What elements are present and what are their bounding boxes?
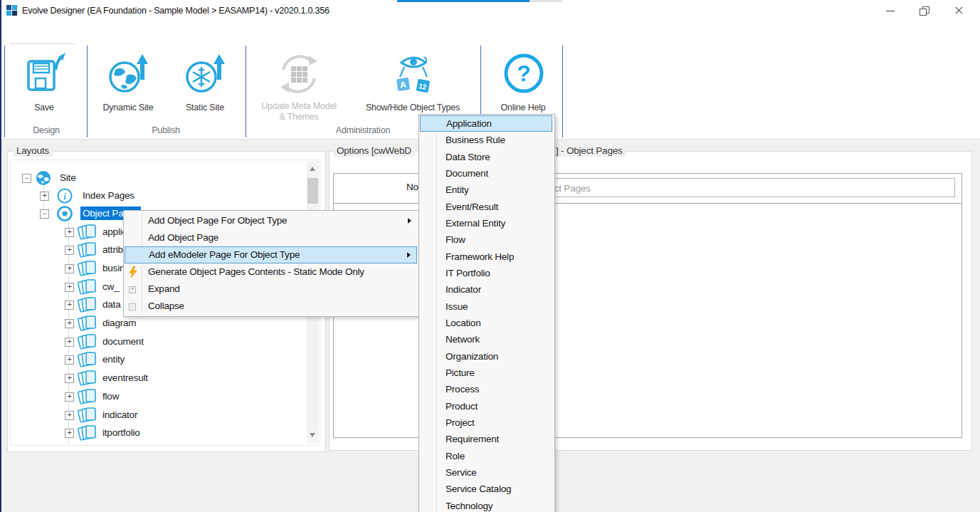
collapse-box-icon [129, 303, 136, 310]
dynamic-site-icon[interactable] [105, 51, 152, 100]
show-hide-object-types-button[interactable]: Show/Hide Object Types [356, 103, 470, 113]
expand-expander-icon[interactable] [65, 392, 74, 402]
submenu-item-document[interactable]: Document [420, 165, 552, 182]
close-button[interactable] [942, 0, 975, 21]
window-title: Evolve Designer (EA Foundation - Sample … [22, 0, 330, 21]
submenu-item-framework-help[interactable]: Framework Help [420, 249, 552, 265]
pages-icon [78, 260, 98, 279]
submenu-arrow-icon [408, 218, 411, 224]
expand-expander-icon[interactable] [65, 319, 74, 328]
scroll-down-icon[interactable] [310, 433, 315, 437]
tree-item-entity[interactable]: entity [11, 351, 320, 368]
submenu-item-service[interactable]: Service [420, 464, 552, 481]
ribbon-separator [246, 46, 246, 137]
save-icon[interactable] [23, 51, 68, 100]
title-bar: Evolve Designer (EA Foundation - Sample … [0, 0, 980, 21]
options-legend-right: ] - Object Pages [552, 145, 626, 157]
node-name-input[interactable]: Object Pages [527, 178, 955, 197]
object-pages-icon [56, 205, 73, 224]
menu-item-add-object-page[interactable]: Add Object Page [125, 229, 417, 246]
collapse-expander-icon[interactable] [40, 209, 49, 219]
layouts-legend: Layouts [13, 145, 53, 157]
expand-expander-icon[interactable] [65, 246, 74, 255]
expand-expander-icon[interactable] [65, 264, 74, 273]
tree-item-eventresult[interactable]: eventresult [11, 370, 320, 387]
submenu-item-business-rule[interactable]: Business Rule [420, 132, 552, 148]
collapse-expander-icon[interactable] [22, 174, 31, 183]
pages-icon [78, 241, 98, 261]
expand-expander-icon[interactable] [65, 374, 74, 383]
tree-item-flow[interactable]: flow [11, 388, 320, 405]
submenu-item-service-catalog[interactable]: Service Catalog [420, 481, 552, 497]
tree-item-itportfolio[interactable]: itportfolio [11, 424, 320, 442]
pages-icon [78, 315, 98, 334]
pages-icon [78, 224, 98, 243]
pages-icon [78, 407, 98, 426]
expand-expander-icon[interactable] [65, 355, 74, 365]
scrollbar-thumb[interactable] [307, 178, 318, 204]
menu-item-generate-object-pages-contents[interactable]: Generate Object Pages Contents - Static … [125, 263, 417, 281]
menu-item-expand[interactable]: Expand [125, 281, 417, 298]
pages-icon [78, 351, 98, 370]
ribbon-tab-row: Home Dynamic Deployment Static Deploymen… [0, 21, 980, 44]
tree-item-document[interactable]: document [11, 333, 320, 350]
expand-expander-icon[interactable] [65, 411, 74, 420]
submenu-item-data-store[interactable]: Data Store [420, 149, 552, 165]
submenu-item-picture[interactable]: Picture [420, 365, 552, 381]
submenu-item-application[interactable]: Application [420, 115, 552, 132]
minimize-button[interactable] [874, 0, 907, 21]
pages-icon [78, 370, 98, 389]
ribbon-separator [87, 46, 88, 137]
submenu-item-project[interactable]: Project [420, 414, 552, 431]
expand-expander-icon[interactable] [65, 283, 74, 292]
expand-expander-icon[interactable] [65, 429, 74, 438]
submenu-item-technology[interactable]: Technology [420, 498, 552, 512]
submenu-item-indicator[interactable]: Indicator [420, 281, 552, 298]
top-edge-gray-strip [529, 0, 562, 2]
update-meta-model-icon [276, 51, 322, 100]
options-legend-left: Options [cwWebD [333, 145, 415, 157]
online-help-button[interactable]: Online Help [466, 103, 580, 113]
info-icon: i [56, 187, 73, 207]
online-help-icon[interactable]: ? [502, 51, 546, 100]
object-type-submenu: Application Business Rule Data Store Doc… [418, 114, 555, 512]
expand-expander-icon[interactable] [65, 301, 74, 310]
submenu-item-entity[interactable]: Entity [420, 182, 552, 198]
tree-item-clipped [11, 441, 320, 446]
submenu-item-external-entity[interactable]: External Entity [420, 215, 552, 231]
expand-expander-icon[interactable] [65, 338, 74, 347]
expand-expander-icon[interactable] [40, 192, 49, 201]
restore-button[interactable] [908, 0, 941, 21]
menu-item-add-emodeler-page-for-object-type[interactable]: Add eModeler Page For Object Type [125, 246, 417, 263]
pages-icon [78, 296, 98, 315]
update-meta-model-button-line1: Update Meta Model [242, 101, 356, 111]
submenu-item-process[interactable]: Process [420, 381, 552, 397]
submenu-item-location[interactable]: Location [420, 315, 552, 331]
submenu-item-product[interactable]: Product [420, 398, 552, 414]
scroll-up-icon[interactable] [310, 167, 315, 171]
submenu-item-requirement[interactable]: Requirement [420, 431, 552, 447]
tree-item-indicator[interactable]: indicator [11, 407, 320, 424]
show-hide-object-types-icon[interactable]: A 12 [390, 51, 437, 100]
submenu-item-issue[interactable]: Issue [420, 298, 552, 315]
tree-item-index-pages[interactable]: i Index Pages [11, 187, 320, 204]
ribbon-separator [4, 46, 5, 137]
ribbon-separator [562, 46, 563, 137]
submenu-item-it-portfolio[interactable]: IT Portfolio [420, 265, 552, 281]
tree-item-diagram[interactable]: diagram [11, 315, 320, 332]
submenu-item-organization[interactable]: Organization [420, 348, 552, 365]
expand-expander-icon[interactable] [65, 228, 74, 237]
svg-text:i: i [63, 191, 66, 202]
pages-icon [78, 333, 98, 352]
tree-item-site[interactable]: Site [11, 169, 320, 187]
submenu-item-role[interactable]: Role [420, 448, 552, 464]
static-site-icon[interactable] [182, 51, 229, 100]
menu-item-collapse[interactable]: Collapse [125, 298, 417, 315]
submenu-item-event-result[interactable]: Event/Result [420, 199, 552, 215]
submenu-item-network[interactable]: Network [420, 331, 552, 348]
window-left-border [0, 0, 1, 512]
menu-item-add-object-page-for-object-type[interactable]: Add Object Page For Object Type [125, 212, 417, 229]
publish-group-label: Publish [123, 125, 209, 135]
submenu-item-flow[interactable]: Flow [420, 231, 552, 248]
pages-icon [78, 388, 98, 407]
